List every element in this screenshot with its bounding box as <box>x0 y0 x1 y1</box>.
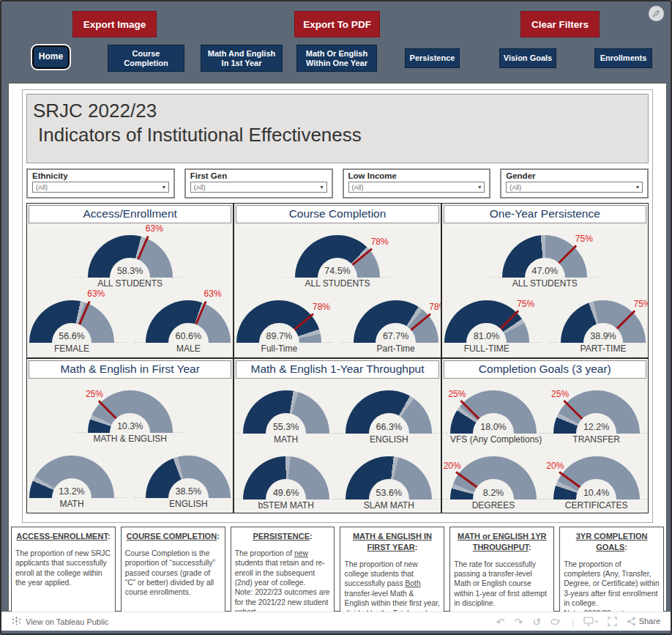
definition-body: The proportion of new students that reta… <box>235 549 331 616</box>
tableau-toolbar: View on Tableau Public ↶ ↷ ↺ | ▾ Share <box>1 612 671 631</box>
gauge-value: 56.6% <box>29 331 114 341</box>
panel-math-english-in-first-year: Math & English in First Year10.3%MATH & … <box>26 358 234 513</box>
share-button[interactable]: Share <box>627 617 660 626</box>
target-label: 20% <box>546 461 564 471</box>
gauge-full-time[interactable]: 89.7%Full-Time78% <box>236 290 321 354</box>
gauge-row-bottom: 89.7%Full-Time78%67.7%Part-Time78% <box>234 290 440 354</box>
gauge-part-time[interactable]: 38.9%PART-TIME75% <box>561 290 646 354</box>
chevron-down-icon: ▾ <box>163 184 165 190</box>
gauge-label: FULL-TIME <box>444 344 529 354</box>
definition-title: COURSE COMPLETION: <box>125 531 221 542</box>
nav-button-course-completion[interactable]: Course Completion <box>108 45 184 72</box>
target-label: 78% <box>371 237 389 247</box>
gauge-english[interactable]: 38.5%ENGLISH <box>146 445 231 509</box>
dashboard-frame: SRJC 2022/23 Indicators of Institutional… <box>8 83 667 612</box>
filter-dropdown-first-gen[interactable]: (All)▾ <box>190 182 327 193</box>
gauge-row-top: 47.0%ALL STUDENTS75% <box>442 225 648 289</box>
definition-body: The proportion of new SRJC applicants th… <box>15 549 111 588</box>
gauge-full-time[interactable]: 81.0%FULL-TIME75% <box>444 290 529 354</box>
gauge-row-top: 74.5%ALL STUDENTS78% <box>234 225 440 289</box>
gauge-value: 60.6% <box>146 331 231 341</box>
fullscreen-icon[interactable] <box>608 617 617 626</box>
filter-dropdown-low-income[interactable]: (All)▾ <box>348 182 485 193</box>
filter-label: Low Income <box>348 171 485 180</box>
definition-persistence: PERSISTENCE:The proportion of new studen… <box>231 527 335 616</box>
pencil-icon <box>652 10 660 18</box>
gauge-value: 47.0% <box>502 266 587 276</box>
gauge-value: 10.4% <box>553 488 640 498</box>
nav-button-home[interactable]: Home <box>32 45 70 69</box>
undo-icon[interactable]: ↶ <box>496 617 505 627</box>
nav-button-math-or-english-within-one-year[interactable]: Math Or English Within One Year <box>296 45 377 72</box>
target-label: 25% <box>448 389 466 399</box>
nav-button-math-and-english-in-1st-year[interactable]: Math And English In 1st Year <box>201 45 283 72</box>
gauge-degrees[interactable]: 8.2%DEGREES20% <box>450 446 537 510</box>
export-pdf-button[interactable]: Export To PDF <box>294 11 380 37</box>
clear-filters-button[interactable]: Clear Filters <box>520 11 600 37</box>
export-image-button[interactable]: Export Image <box>72 11 157 37</box>
gauge-label: MALE <box>146 344 231 354</box>
gauge-math-english[interactable]: 10.3%MATH & ENGLISH25% <box>88 380 173 444</box>
tableau-logo-icon <box>12 616 21 627</box>
gauge-value: 53.6% <box>346 488 432 498</box>
gauge-bstem-math[interactable]: 49.6%bSTEM MATH <box>243 446 329 510</box>
gauge-slam-math[interactable]: 53.6%SLAM MATH <box>346 446 432 510</box>
gauge-label: TRANSFER <box>553 434 640 445</box>
nav-button-vision-goals[interactable]: Vision Goals <box>499 48 556 68</box>
definition-title: 3YR COMPLETION GOALS: <box>564 531 660 553</box>
title-line-1: SRJC 2022/23 <box>33 99 642 123</box>
gauge-all-students[interactable]: 47.0%ALL STUDENTS75% <box>502 225 587 289</box>
revert-icon[interactable] <box>550 618 562 625</box>
gauge-all-students[interactable]: 74.5%ALL STUDENTS78% <box>295 225 380 289</box>
gauge-label: Part-Time <box>354 344 438 354</box>
definition-title: ACCESS-ENROLLMENT: <box>15 531 111 542</box>
gauge-value: 38.5% <box>146 486 231 497</box>
gauge-label: MATH <box>243 434 329 445</box>
filter-label: First Gen <box>190 171 327 180</box>
edit-button[interactable] <box>649 6 664 21</box>
gauge-value: 18.0% <box>450 422 537 432</box>
gauge-all-students[interactable]: 58.3%ALL STUDENTS63% <box>88 225 173 289</box>
filter-value: (All) <box>352 184 364 191</box>
gauge-row-bottom: 81.0%FULL-TIME75%38.9%PART-TIME75% <box>442 290 648 354</box>
gauge-value: 58.3% <box>88 266 173 276</box>
gauge-grid: 18.0%VFS (Any Completions)25%12.2%TRANSF… <box>442 380 648 510</box>
gauge-label: DEGREES <box>450 500 537 510</box>
definition-title: PERSISTENCE: <box>235 531 331 542</box>
redo-icon[interactable]: ↷ <box>515 617 523 627</box>
gauge-value: 74.5% <box>295 266 380 276</box>
gauge-english[interactable]: 66.3%ENGLISH <box>346 380 432 445</box>
gauge-math[interactable]: 13.2%MATH <box>29 445 114 509</box>
share-label: Share <box>639 617 660 625</box>
kpi-panels: Access/Enrollment58.3%ALL STUDENTS63%56.… <box>26 203 649 513</box>
gauge-part-time[interactable]: 67.7%Part-Time78% <box>354 290 438 354</box>
target-label: 25% <box>551 389 569 399</box>
gauge-label: PART-TIME <box>561 344 646 354</box>
gauge-vfs-any-completions[interactable]: 18.0%VFS (Any Completions)25% <box>450 380 537 445</box>
top-toolbar: Export Image Export To PDF Clear Filters… <box>1 1 671 83</box>
view-on-tableau-public-link[interactable]: View on Tableau Public <box>12 616 108 627</box>
toolbar-actions: ↶ ↷ ↺ | ▾ Share <box>496 617 660 627</box>
gauge-math[interactable]: 55.3%MATH <box>243 380 329 445</box>
filter-dropdown-ethnicity[interactable]: (All)▾ <box>32 182 169 193</box>
replay-icon[interactable]: ↺ <box>532 617 541 627</box>
target-label: 75% <box>634 299 649 309</box>
target-label: 20% <box>444 461 461 471</box>
gauge-female[interactable]: 56.6%FEMALE63% <box>29 290 114 354</box>
definition-body: Course Completion is the proportion of “… <box>125 549 221 598</box>
gauge-label: ALL STUDENTS <box>295 278 380 289</box>
gauge-value: 8.2% <box>450 488 537 498</box>
target-label: 25% <box>86 389 103 399</box>
gauge-transfer[interactable]: 12.2%TRANSFER25% <box>553 380 640 445</box>
gauge-row-top: 10.3%MATH & ENGLISH25% <box>27 380 233 444</box>
chevron-down-icon: ▾ <box>636 184 639 190</box>
download-icon[interactable]: ▾ <box>583 617 598 626</box>
gauge-certificates[interactable]: 10.4%CERTIFICATES20% <box>553 446 640 510</box>
nav-button-persistence[interactable]: Persistence <box>405 48 460 68</box>
gauge-value: 49.6% <box>243 488 329 498</box>
gauge-value: 10.3% <box>88 421 173 431</box>
gauge-male[interactable]: 60.6%MALE63% <box>146 290 231 354</box>
filter-dropdown-gender[interactable]: (All)▾ <box>506 182 643 193</box>
filter-value: (All) <box>194 184 206 191</box>
nav-button-enrollments[interactable]: Enrollments <box>594 48 652 68</box>
